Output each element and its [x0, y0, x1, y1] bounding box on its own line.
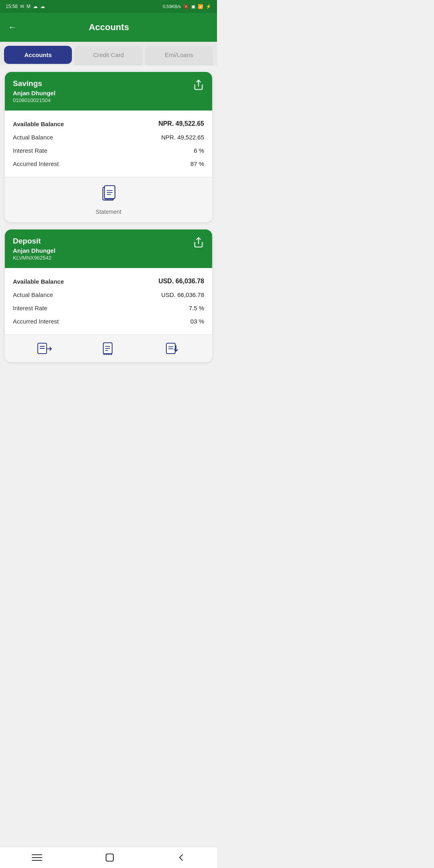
- deposit-actual-label: Actual Balance: [13, 291, 53, 298]
- deposit-accurred-label: Accurred Interest: [13, 318, 59, 325]
- mute-icon: 🔕: [183, 4, 189, 9]
- savings-card-header: Savings Anjan Dhungel 0108010021504: [5, 72, 212, 111]
- savings-accurred-label: Accurred Interest: [13, 160, 59, 167]
- savings-card: Savings Anjan Dhungel 0108010021504 Avai…: [5, 72, 212, 222]
- deposit-actual-balance-row: Actual Balance USD. 66,036.78: [13, 288, 204, 301]
- deposit-interest-rate-label: Interest Rate: [13, 305, 47, 311]
- deposit-action-3[interactable]: [164, 341, 180, 356]
- savings-accurred-value: 87 %: [190, 160, 204, 167]
- transfer-icon: [37, 341, 53, 356]
- savings-statement-label: Statement: [96, 209, 121, 215]
- battery-icon: ⚡: [206, 4, 211, 9]
- deposit-available-label: Available Balance: [13, 278, 64, 285]
- statement-icon[interactable]: [99, 184, 118, 205]
- savings-number: 0108010021504: [13, 97, 55, 103]
- savings-available-value: NPR. 49,522.65: [158, 120, 204, 127]
- savings-actual-value: NPR. 49,522.65: [161, 134, 204, 141]
- deposit-number: KLVMNX962542: [13, 255, 55, 261]
- savings-accurred-interest-row: Accurred Interest 87 %: [13, 157, 204, 170]
- status-bar: 15:58 ✉ M ☁ ☁ 0.59KB/s 🔕 ▣ 📶 ⚡: [0, 0, 217, 13]
- deposit-share-button[interactable]: [193, 237, 204, 248]
- savings-available-label: Available Balance: [13, 121, 64, 127]
- accounts-content: Savings Anjan Dhungel 0108010021504 Avai…: [0, 66, 217, 368]
- page-title: Accounts: [25, 22, 193, 33]
- cloud1-icon: ☁: [33, 4, 38, 9]
- wifi-icon: 📶: [198, 4, 203, 9]
- savings-actual-label: Actual Balance: [13, 134, 53, 141]
- savings-statement-section: Statement: [5, 177, 212, 222]
- deposit-action-1[interactable]: [37, 341, 53, 356]
- gmail-icon: M: [27, 4, 31, 9]
- savings-type: Savings: [13, 79, 55, 88]
- status-right: 0.59KB/s 🔕 ▣ 📶 ⚡: [163, 4, 211, 9]
- svg-rect-2: [104, 186, 115, 199]
- tab-emiloans[interactable]: Emi/Loans: [145, 46, 213, 66]
- time-label: 15:58: [6, 4, 18, 9]
- deposit-holder: Anjan Dhungel: [13, 247, 55, 254]
- statement2-icon: [100, 341, 117, 356]
- deposit-accurred-interest-row: Accurred Interest 03 %: [13, 315, 204, 328]
- savings-actual-balance-row: Actual Balance NPR. 49,522.65: [13, 131, 204, 144]
- deposit-interest-rate-value: 7.5 %: [189, 305, 204, 311]
- savings-interest-rate-value: 6 %: [194, 147, 204, 154]
- cloud2-icon: ☁: [40, 4, 45, 9]
- status-time: 15:58 ✉ M ☁ ☁: [6, 4, 45, 9]
- deposit-details: Available Balance USD. 66,036.78 Actual …: [5, 268, 212, 334]
- svg-rect-14: [166, 343, 175, 354]
- signal-icon: ▣: [191, 4, 195, 9]
- savings-share-button[interactable]: [193, 79, 204, 90]
- deposit-available-balance-row: Available Balance USD. 66,036.78: [13, 274, 204, 288]
- deposit-action-row: [5, 334, 212, 362]
- savings-interest-rate-label: Interest Rate: [13, 147, 47, 154]
- deposit-card-header: Deposit Anjan Dhungel KLVMNX962542: [5, 229, 212, 268]
- deposit-actual-value: USD. 66,036.78: [161, 291, 204, 298]
- back-button[interactable]: ←: [8, 23, 17, 32]
- tab-accounts[interactable]: Accounts: [4, 46, 72, 64]
- download-icon: [164, 341, 180, 356]
- tab-creditcard[interactable]: Credit Card: [74, 46, 142, 66]
- msg-icon: ✉: [20, 4, 24, 9]
- savings-interest-rate-row: Interest Rate 6 %: [13, 144, 204, 157]
- deposit-card: Deposit Anjan Dhungel KLVMNX962542 Avail…: [5, 229, 212, 362]
- savings-details: Available Balance NPR. 49,522.65 Actual …: [5, 111, 212, 177]
- deposit-interest-rate-row: Interest Rate 7.5 %: [13, 301, 204, 315]
- deposit-action-2[interactable]: [100, 341, 117, 356]
- savings-available-balance-row: Available Balance NPR. 49,522.65: [13, 117, 204, 131]
- speed-label: 0.59KB/s: [163, 4, 181, 9]
- savings-holder: Anjan Dhungel: [13, 90, 55, 96]
- tab-bar: Accounts Credit Card Emi/Loans: [0, 42, 217, 66]
- deposit-available-value: USD. 66,036.78: [158, 278, 204, 285]
- deposit-accurred-value: 03 %: [190, 318, 204, 325]
- deposit-type: Deposit: [13, 237, 55, 246]
- header: ← Accounts: [0, 13, 217, 42]
